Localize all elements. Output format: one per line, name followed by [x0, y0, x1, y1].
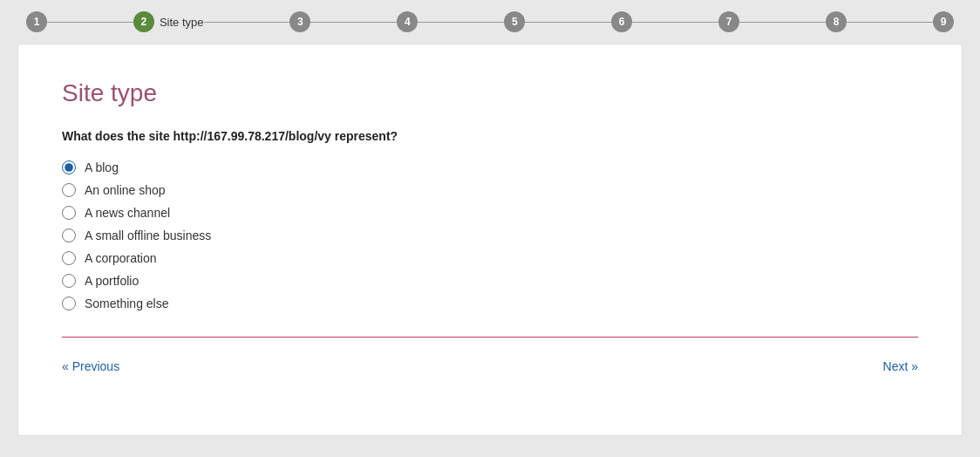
radio-item-offline-business[interactable]: A small offline business	[62, 228, 918, 242]
step-line-2-3	[204, 22, 290, 23]
step-6: 6	[611, 11, 632, 32]
step-9: 9	[933, 11, 954, 32]
page-title: Site type	[62, 79, 918, 107]
step-line-7-8	[739, 22, 826, 23]
radio-something-else-label[interactable]: Something else	[85, 297, 169, 310]
divider	[62, 337, 918, 338]
nav-row: « Previous Next »	[62, 355, 918, 373]
step-line-8-9	[847, 22, 933, 23]
step-bar: 1 2 Site type 3 4 5 6 7 8 9	[0, 0, 980, 44]
step-7: 7	[718, 11, 739, 32]
radio-item-blog[interactable]: A blog	[62, 160, 918, 174]
step-line-4-5	[418, 22, 504, 23]
step-4: 4	[397, 11, 418, 32]
radio-something-else[interactable]	[62, 297, 76, 310]
step-5: 5	[504, 11, 525, 32]
step-line-3-4	[310, 22, 397, 23]
radio-online-shop[interactable]	[62, 183, 76, 197]
radio-item-online-shop[interactable]: An online shop	[62, 183, 918, 197]
radio-item-corporation[interactable]: A corporation	[62, 251, 918, 265]
radio-news-channel[interactable]	[62, 206, 76, 220]
step-3: 3	[289, 11, 310, 32]
radio-blog[interactable]	[62, 160, 76, 174]
radio-offline-business-label[interactable]: A small offline business	[85, 228, 211, 242]
radio-news-channel-label[interactable]: A news channel	[85, 206, 170, 220]
next-link[interactable]: Next »	[883, 359, 918, 373]
previous-link[interactable]: « Previous	[62, 359, 119, 373]
radio-offline-business[interactable]	[62, 228, 76, 242]
radio-corporation[interactable]	[62, 251, 76, 265]
radio-group: A blog An online shop A news channel A s…	[62, 160, 918, 310]
radio-item-news-channel[interactable]: A news channel	[62, 206, 918, 220]
radio-corporation-label[interactable]: A corporation	[85, 251, 157, 265]
step-8: 8	[826, 11, 847, 32]
radio-item-something-else[interactable]: Something else	[62, 297, 918, 310]
radio-portfolio-label[interactable]: A portfolio	[85, 274, 139, 288]
radio-portfolio[interactable]	[62, 274, 76, 288]
step-line-5-6	[525, 22, 611, 23]
step-line-1-2	[47, 22, 133, 23]
radio-item-portfolio[interactable]: A portfolio	[62, 274, 918, 288]
step-line-6-7	[632, 22, 718, 23]
step-1: 1	[26, 11, 47, 32]
radio-online-shop-label[interactable]: An online shop	[85, 183, 166, 197]
radio-blog-label[interactable]: A blog	[85, 160, 119, 174]
step-2-label: Site type	[160, 16, 204, 29]
step-2-circle: 2	[133, 11, 154, 32]
main-card: Site type What does the site http://167.…	[17, 44, 963, 436]
question-text: What does the site http://167.99.78.217/…	[62, 129, 918, 143]
